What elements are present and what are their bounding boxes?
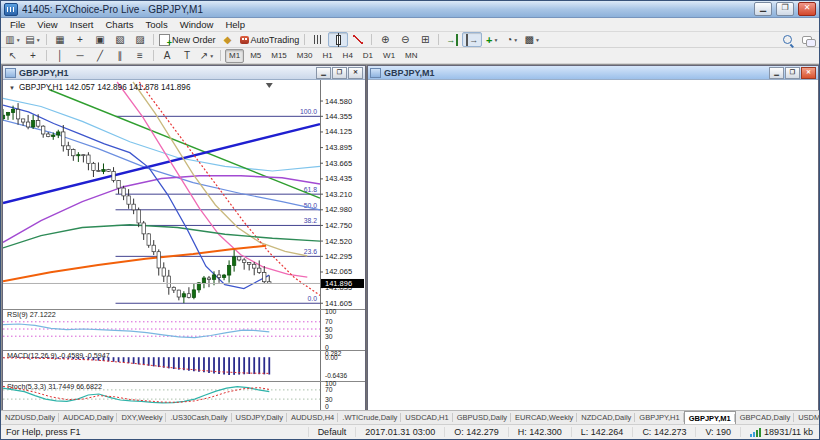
chart-tab-audusd-h4[interactable]: AUDUSD,H4 <box>287 411 338 424</box>
hline-tool[interactable]: ─ <box>70 48 90 63</box>
svg-text:142.520: 142.520 <box>325 237 352 246</box>
auto-scroll-button[interactable]: → <box>442 32 462 47</box>
new-order-button[interactable]: New Order <box>157 32 218 47</box>
chart-minimize-button[interactable]: ▁ <box>769 67 784 79</box>
scripts-button[interactable]: ◆ <box>218 32 238 47</box>
menu-charts[interactable]: Charts <box>100 19 140 30</box>
new-chart-button[interactable]: ▥▼ <box>3 32 23 47</box>
periods-button[interactable]: ◔▼ <box>502 32 522 47</box>
status-cell: O: 142.279 <box>444 427 508 437</box>
chart-canvas-h1[interactable]: 100.061.850.038.223.60.0144.580144.35514… <box>3 80 365 410</box>
zoom-out-button[interactable]: ⊖ <box>395 32 415 47</box>
channel-tool[interactable]: ∥ <box>110 48 130 63</box>
zoom-in-button[interactable]: ⊕ <box>375 32 395 47</box>
trendline-tool[interactable]: ╱ <box>90 48 110 63</box>
chart-header[interactable]: GBPJPY,H1 ▁ ❐ ✕ <box>3 66 365 80</box>
chart-candles-button[interactable] <box>328 32 348 47</box>
text-tool[interactable]: A <box>157 48 177 63</box>
menu-tools[interactable]: Tools <box>139 19 173 30</box>
menu-file[interactable]: File <box>4 19 31 30</box>
timeframe-m1[interactable]: M1 <box>225 49 244 63</box>
timeframe-h4[interactable]: H4 <box>339 49 357 63</box>
autotrading-button[interactable]: AutoTrading <box>238 32 302 47</box>
chart-line-button[interactable] <box>348 32 368 47</box>
tile-windows-button[interactable]: ⊞ <box>415 32 435 47</box>
chart-tab-usdcad-h1[interactable]: USDCAD,H1 <box>401 411 452 424</box>
chart-restore-button[interactable]: ❐ <box>332 67 347 79</box>
timeframe-mn[interactable]: MN <box>401 49 421 63</box>
timeframe-m15[interactable]: M15 <box>267 49 291 63</box>
profiles-button[interactable]: ▤▼ <box>23 32 43 47</box>
fibo-tool[interactable]: ≡ <box>130 48 150 63</box>
svg-text:144.125: 144.125 <box>325 127 352 136</box>
svg-text:GBPJPY,H1 142.057 142.896 141: GBPJPY,H1 142.057 142.896 141.878 141.89… <box>19 83 191 92</box>
chart-bars-button[interactable] <box>308 32 328 47</box>
chart-close-button[interactable]: ✕ <box>801 67 816 79</box>
svg-text:23.6: 23.6 <box>304 248 317 255</box>
chart-tab--wticrude-daily[interactable]: .WTICrude,Daily <box>338 411 401 424</box>
svg-text:100: 100 <box>325 308 337 315</box>
data-window-button[interactable]: ▣ <box>90 32 110 47</box>
svg-text:▼: ▼ <box>9 85 15 91</box>
templates-button[interactable]: ▩▼ <box>522 32 542 47</box>
svg-text:143.210: 143.210 <box>325 190 352 199</box>
chart-tab-usdjpy-daily[interactable]: USDJPY,Daily <box>232 411 287 424</box>
timeframe-w1[interactable]: W1 <box>379 49 399 63</box>
chart-canvas-m1[interactable] <box>368 80 818 410</box>
tile-windows-icon: ⊞ <box>421 34 429 46</box>
timeframe-m5[interactable]: M5 <box>246 49 265 63</box>
chart-tab-gbpusd-daily[interactable]: GBPUSD,Daily <box>453 411 511 424</box>
chat-button[interactable] <box>797 32 817 47</box>
scripts-icon: ◆ <box>224 34 232 46</box>
menu-view[interactable]: View <box>31 19 63 30</box>
strategy-tester-button[interactable]: ▨ <box>130 32 150 47</box>
chevron-down-icon: ▼ <box>209 50 214 62</box>
close-button[interactable]: ✕ <box>798 2 816 16</box>
search-button[interactable] <box>777 32 797 47</box>
chart-window-gbpjpy-h1[interactable]: GBPJPY,H1 ▁ ❐ ✕ 100.061.850.038.223.60.0… <box>2 65 366 410</box>
chart-bars-icon <box>314 35 323 44</box>
terminal-button[interactable]: ▧ <box>110 32 130 47</box>
chart-minimize-button[interactable]: ▁ <box>316 67 331 79</box>
timeframe-h1[interactable]: H1 <box>318 49 336 63</box>
timeframe-d1[interactable]: D1 <box>359 49 377 63</box>
chart-tab-gbpjpy-m1[interactable]: GBPJPY,M1 <box>684 411 736 424</box>
cursor-tool[interactable]: ↖ <box>3 48 23 63</box>
minimize-button[interactable]: ▁ <box>754 2 772 16</box>
chart-tab-nzdusd-daily[interactable]: NZDUSD,Daily <box>1 411 59 424</box>
menu-help[interactable]: Help <box>219 19 251 30</box>
menu-window[interactable]: Window <box>174 19 220 30</box>
chart-header[interactable]: GBPJPY,M1 ▁ ❐ ✕ <box>368 66 818 80</box>
vline-tool[interactable]: │ <box>50 48 70 63</box>
navigator-button[interactable]: + <box>70 32 90 47</box>
menu-insert[interactable]: Insert <box>64 19 100 30</box>
label-tool[interactable]: T <box>177 48 197 63</box>
status-cell: V: 190 <box>695 427 740 437</box>
market-watch-button[interactable]: ▦ <box>50 32 70 47</box>
timeframe-m30[interactable]: M30 <box>293 49 317 63</box>
chart-tab-gbpcad-daily[interactable]: GBPCAD,Daily <box>736 411 794 424</box>
status-cell: Default <box>308 427 356 437</box>
chart-tab--us30cash-daily[interactable]: .US30Cash,Daily <box>166 411 231 424</box>
chart-tab-dxy-weekly[interactable]: DXY,Weekly <box>117 411 166 424</box>
zoom-in-icon: ⊕ <box>381 34 389 46</box>
chart-shift-button[interactable]: → <box>462 32 482 47</box>
chart-tab-gbpjpy-h1[interactable]: GBPJPY,H1 <box>635 411 683 424</box>
chart-tab-usdmxn-weekly[interactable]: USDMXN,Weekly <box>794 411 819 424</box>
strategy-tester-icon: ▨ <box>135 34 144 46</box>
chart-tab-eurcad-weekly[interactable]: EURCAD,Weekly <box>511 411 577 424</box>
chart-window-title: GBPJPY,H1 <box>19 68 69 78</box>
chart-tab-audcad-daily[interactable]: AUDCAD,Daily <box>59 411 117 424</box>
toolbar-separator <box>153 50 154 61</box>
restore-button[interactable]: ❐ <box>776 2 794 16</box>
chart-tab-nzdcad-daily[interactable]: NZDCAD,Daily <box>577 411 635 424</box>
arrows-tool[interactable]: ↗▼ <box>197 48 217 63</box>
chart-restore-button[interactable]: ❐ <box>785 67 800 79</box>
chart-window-gbpjpy-m1[interactable]: GBPJPY,M1 ▁ ❐ ✕ <box>367 65 819 410</box>
chart-close-button[interactable]: ✕ <box>348 67 363 79</box>
zoom-out-icon: ⊖ <box>401 34 409 46</box>
svg-text:142.750: 142.750 <box>325 221 352 230</box>
svg-text:70: 70 <box>325 386 333 393</box>
crosshair-tool[interactable]: + <box>23 48 43 63</box>
indicators-button[interactable]: +▼ <box>482 32 502 47</box>
